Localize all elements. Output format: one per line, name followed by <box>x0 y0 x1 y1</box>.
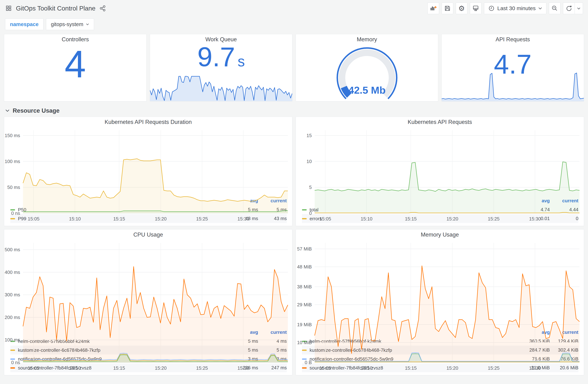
timeseries-row-2: CPU Usage 0 ns100 ms200 ms300 ms400 ms50… <box>4 229 584 375</box>
svg-text:5: 5 <box>309 185 312 190</box>
refresh-split-button <box>563 2 583 14</box>
svg-text:15:20: 15:20 <box>446 216 458 221</box>
svg-text:15:30: 15:30 <box>529 216 541 221</box>
stats-row: Controllers 4 Work Queue 9.7 s Memory 42… <box>4 34 584 101</box>
variable-namespace-label: namespace <box>5 19 43 30</box>
dashboard-grid-icon <box>5 5 12 12</box>
svg-text:0 ns: 0 ns <box>11 211 20 216</box>
refresh-interval-dropdown[interactable] <box>575 2 583 14</box>
svg-text:15:20: 15:20 <box>155 365 167 371</box>
svg-text:38 MiB: 38 MiB <box>297 284 312 289</box>
svg-text:10: 10 <box>307 159 312 164</box>
variable-namespace-select[interactable]: gitops-system <box>46 19 94 30</box>
svg-text:15:05: 15:05 <box>28 365 40 371</box>
svg-text:15:10: 15:10 <box>361 216 372 221</box>
dashboard-toolbar: ⚙ Last 30 minutes <box>427 2 583 14</box>
svg-text:15:10: 15:10 <box>69 365 81 371</box>
svg-text:400 ms: 400 ms <box>5 270 20 275</box>
svg-text:15:25: 15:25 <box>196 365 208 371</box>
svg-text:15:05: 15:05 <box>319 216 331 221</box>
panel-memory: Memory 42.5 Mb <box>296 34 438 101</box>
timeseries-svg: 05101515:0515:1015:1515:2015:2515:30 <box>296 127 584 223</box>
svg-text:15:30: 15:30 <box>529 365 541 371</box>
panel-controllers: Controllers 4 <box>4 34 147 101</box>
panel-title[interactable]: Kubernetes API Requests <box>296 117 584 127</box>
svg-text:0: 0 <box>309 211 312 216</box>
svg-text:200 ms: 200 ms <box>5 315 20 320</box>
panel-title[interactable]: Kubernetes API Requests Duration <box>4 117 292 127</box>
variables-submenu: namespace gitops-system <box>4 17 584 34</box>
share-icon[interactable] <box>100 5 106 12</box>
svg-text:15:15: 15:15 <box>113 365 125 371</box>
section-title: Resource Usage <box>13 107 60 114</box>
chart-area: 0 B10 MiB19 MiB29 MiB38 MiB48 MiB57 MiB1… <box>296 240 584 328</box>
chevron-down-icon <box>538 7 542 10</box>
svg-text:15:25: 15:25 <box>196 216 208 221</box>
timeseries-svg: 0 ns50 ms100 ms150 ms15:0515:1015:1515:2… <box>4 127 292 223</box>
timeseries-svg: 0 ns100 ms200 ms300 ms400 ms500 ms15:051… <box>4 240 292 372</box>
svg-text:10 MiB: 10 MiB <box>297 340 312 345</box>
svg-text:15:25: 15:25 <box>488 365 500 371</box>
timeseries-svg: 0 B10 MiB19 MiB29 MiB38 MiB48 MiB57 MiB1… <box>296 240 584 372</box>
work-queue-unit: s <box>238 54 245 69</box>
panel-work-queue: Work Queue 9.7 s <box>150 34 292 101</box>
page-title: GitOps Toolkit Control Plane <box>16 5 95 12</box>
svg-text:15:05: 15:05 <box>28 216 40 221</box>
panel-memory-usage: Memory Usage 0 B10 MiB19 MiB29 MiB38 MiB… <box>296 229 584 375</box>
cycle-view-button[interactable] <box>470 2 482 14</box>
gauge-svg: 42.5 Mb <box>324 40 410 101</box>
chart-area: 0 ns100 ms200 ms300 ms400 ms500 ms15:051… <box>4 240 292 328</box>
svg-text:15:15: 15:15 <box>113 216 125 221</box>
panel-cpu-usage: CPU Usage 0 ns100 ms200 ms300 ms400 ms50… <box>4 229 292 375</box>
api-requests-value: 4.7 <box>494 51 532 78</box>
time-range-picker[interactable]: Last 30 minutes <box>484 2 546 14</box>
controllers-value: 4 <box>65 45 86 83</box>
dashboard-page: GitOps Toolkit Control Plane <box>0 0 588 379</box>
svg-text:300 ms: 300 ms <box>5 292 20 298</box>
section-resource-usage[interactable]: Resource Usage <box>4 105 584 117</box>
svg-text:29 MiB: 29 MiB <box>297 302 312 307</box>
time-range-label: Last 30 minutes <box>497 5 536 11</box>
panel-title[interactable]: Memory Usage <box>296 230 584 240</box>
memory-gauge: 42.5 Mb <box>296 44 438 100</box>
svg-text:48 MiB: 48 MiB <box>297 264 312 270</box>
clock-icon <box>488 5 495 12</box>
panel-api-requests: API Requests 4.7 <box>441 34 584 101</box>
svg-text:15:15: 15:15 <box>405 216 417 221</box>
svg-text:15: 15 <box>307 133 312 138</box>
svg-text:15:10: 15:10 <box>69 216 81 221</box>
svg-text:0 B: 0 B <box>305 360 312 365</box>
svg-text:15:20: 15:20 <box>155 216 167 221</box>
svg-text:15:25: 15:25 <box>488 216 500 221</box>
svg-text:15:05: 15:05 <box>319 365 331 371</box>
chevron-down-icon <box>5 109 10 112</box>
svg-text:42.5 Mb: 42.5 Mb <box>348 85 385 96</box>
svg-text:15:30: 15:30 <box>237 216 249 221</box>
svg-text:0 ns: 0 ns <box>11 360 20 365</box>
chevron-down-icon <box>577 7 581 10</box>
work-queue-value: 9.7 <box>197 43 235 70</box>
svg-text:100 ms: 100 ms <box>5 337 20 342</box>
panel-title[interactable]: CPU Usage <box>4 230 292 240</box>
panel-k8s-api-requests: Kubernetes API Requests 05101515:0515:10… <box>296 117 584 226</box>
svg-text:500 ms: 500 ms <box>5 247 20 252</box>
dashboard-header: GitOps Toolkit Control Plane <box>4 0 584 17</box>
chart-area: 0 ns50 ms100 ms150 ms15:0515:1015:1515:2… <box>4 127 292 196</box>
chevron-down-icon <box>86 23 89 25</box>
svg-text:100 ms: 100 ms <box>5 159 20 164</box>
svg-text:15:10: 15:10 <box>361 365 372 371</box>
add-panel-button[interactable] <box>427 2 439 14</box>
svg-text:50 ms: 50 ms <box>7 185 20 190</box>
zoom-out-button[interactable] <box>549 2 561 14</box>
timeseries-row-1: Kubernetes API Requests Duration 0 ns50 … <box>4 117 584 226</box>
refresh-button[interactable] <box>563 2 575 14</box>
svg-text:19 MiB: 19 MiB <box>297 322 312 327</box>
save-dashboard-button[interactable] <box>442 2 453 14</box>
svg-text:15:30: 15:30 <box>237 365 249 371</box>
chart-area: 05101515:0515:1015:1515:2015:2515:30 <box>296 127 584 196</box>
svg-text:57 MiB: 57 MiB <box>297 246 312 252</box>
dashboard-settings-button[interactable]: ⚙ <box>456 2 467 14</box>
svg-text:15:20: 15:20 <box>446 365 458 371</box>
panel-k8s-api-requests-duration: Kubernetes API Requests Duration 0 ns50 … <box>4 117 292 226</box>
gear-icon: ⚙ <box>458 5 465 12</box>
